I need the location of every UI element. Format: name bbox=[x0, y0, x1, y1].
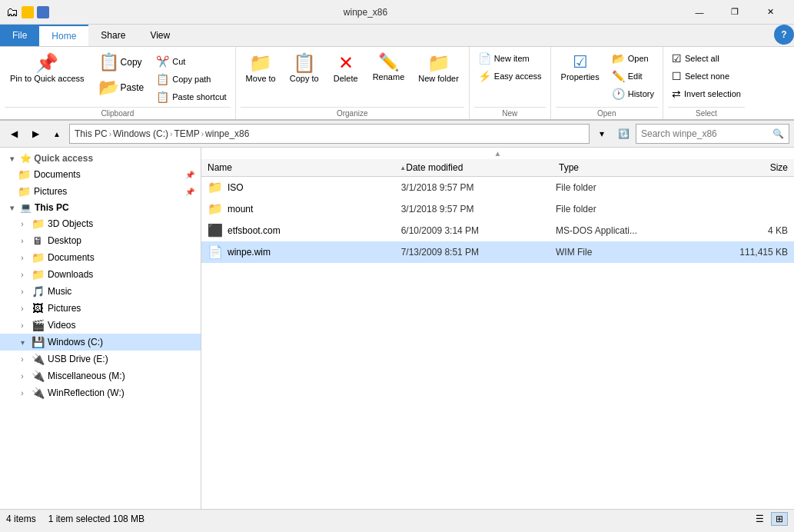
file-date-mount: 3/1/2018 9:57 PM bbox=[401, 204, 556, 214]
column-date[interactable]: Date modified bbox=[406, 162, 559, 173]
delete-label: Delete bbox=[334, 74, 358, 84]
minimize-button[interactable]: — bbox=[682, 0, 717, 25]
select-all-button[interactable]: ☑ Select all bbox=[668, 50, 745, 67]
pictures-quick-label: Pictures bbox=[34, 186, 182, 197]
properties-button[interactable]: ☑ Properties bbox=[556, 50, 605, 86]
window-title: winpe_x86 bbox=[49, 7, 682, 18]
delete-button[interactable]: ✕ Delete bbox=[327, 50, 364, 88]
select-all-label: Select all bbox=[685, 54, 719, 63]
paste-label: Paste bbox=[121, 82, 145, 93]
ribbon-tabs: File Home Share View ? bbox=[0, 25, 794, 47]
new-folder-icon: 📁 bbox=[427, 54, 450, 72]
sidebar-item-misc[interactable]: › 🔌 Miscellaneous (M:) bbox=[0, 367, 201, 384]
main-content: ▾ ⭐ Quick access 📁 Documents 📌 📁 Picture… bbox=[0, 148, 794, 509]
column-name[interactable]: Name bbox=[208, 162, 398, 173]
app-icon-etfs: ⬛ bbox=[208, 223, 223, 238]
tab-view[interactable]: View bbox=[138, 25, 182, 46]
select-none-icon: ☐ bbox=[672, 70, 682, 82]
breadcrumb-item-winpe[interactable]: winpe_x86 bbox=[205, 128, 249, 139]
sidebar-item-pictures[interactable]: › 🖼 Pictures bbox=[0, 300, 201, 317]
up-button[interactable]: ▲ bbox=[48, 125, 66, 143]
select-col: ☑ Select all ☐ Select none ⇄ Invert sele… bbox=[668, 50, 745, 102]
rename-button[interactable]: ✏️ Rename bbox=[367, 50, 410, 86]
title-icon-blue bbox=[37, 6, 49, 18]
search-input[interactable] bbox=[641, 128, 769, 139]
copy-path-button[interactable]: 📋 Copy path bbox=[152, 71, 230, 88]
search-bar[interactable]: 🔍 bbox=[636, 124, 789, 144]
sidebar-item-winreflection[interactable]: › 🔌 WinReflection (W:) bbox=[0, 384, 201, 401]
file-row-iso[interactable]: 📁 ISO 3/1/2018 9:57 PM File folder bbox=[201, 177, 794, 198]
file-header: Name ▲ Date modified Type Size bbox=[201, 159, 794, 177]
quick-access-expand[interactable]: ▾ bbox=[6, 155, 17, 163]
tab-share[interactable]: Share bbox=[88, 25, 138, 46]
sidebar-item-windows-c[interactable]: ▾ 💾 Windows (C:) bbox=[0, 334, 201, 351]
move-to-button[interactable]: 📁 Move to bbox=[241, 50, 281, 88]
this-pc-expand[interactable]: ▾ bbox=[6, 204, 17, 212]
breadcrumb-item-windows[interactable]: Windows (C:) bbox=[113, 128, 168, 139]
file-row-winpe[interactable]: 📄 winpe.wim 7/13/2009 8:51 PM WIM File 1… bbox=[201, 241, 794, 263]
new-col: 📄 New item ⚡ Easy access bbox=[474, 50, 546, 85]
file-row-etfsboot[interactable]: ⬛ etfsboot.com 6/10/2009 3:14 PM MS-DOS … bbox=[201, 220, 794, 241]
copy-button[interactable]: 📋 Copy bbox=[93, 50, 150, 75]
quick-access-header[interactable]: ▾ ⭐ Quick access bbox=[0, 151, 201, 166]
maximize-button[interactable]: ❐ bbox=[717, 0, 752, 25]
file-list: 📁 ISO 3/1/2018 9:57 PM File folder 📁 mou… bbox=[201, 177, 794, 509]
edit-button[interactable]: ✏️ Edit bbox=[608, 68, 658, 85]
open-label: Open bbox=[628, 54, 649, 63]
breadcrumb-item-temp[interactable]: TEMP bbox=[174, 128, 199, 139]
sidebar-item-videos[interactable]: › 🎬 Videos bbox=[0, 317, 201, 334]
forward-button[interactable]: ▶ bbox=[26, 125, 45, 143]
organize-group-items: 📁 Move to 📋 Copy to ✕ Delete ✏️ Rename 📁 bbox=[241, 50, 464, 105]
search-icon[interactable]: 🔍 bbox=[772, 128, 784, 139]
tab-file[interactable]: File bbox=[0, 25, 39, 46]
new-folder-button[interactable]: 📁 New folder bbox=[413, 50, 464, 88]
sidebar-item-downloads[interactable]: › 📁 Downloads bbox=[0, 266, 201, 283]
file-date-winpe: 7/13/2009 8:51 PM bbox=[401, 247, 556, 258]
column-type[interactable]: Type bbox=[559, 162, 712, 173]
title-icon-yellow bbox=[22, 6, 34, 18]
sidebar-item-desktop[interactable]: › 🖥 Desktop bbox=[0, 232, 201, 249]
refresh-button[interactable]: 🔃 bbox=[614, 125, 633, 143]
copy-to-button[interactable]: 📋 Copy to bbox=[284, 50, 324, 88]
close-button[interactable]: ✕ bbox=[752, 0, 788, 25]
list-view-button[interactable]: ⊞ bbox=[771, 512, 788, 526]
dropdown-button[interactable]: ▾ bbox=[593, 125, 611, 143]
pin-to-quick-access-button[interactable]: 📌 Pin to Quick access bbox=[5, 50, 90, 88]
file-row-mount[interactable]: 📁 mount 3/1/2018 9:57 PM File folder bbox=[201, 198, 794, 220]
copy-path-icon: 📋 bbox=[156, 73, 169, 85]
title-bar: 🗂 winpe_x86 — ❐ ✕ bbox=[0, 0, 794, 25]
paste-button[interactable]: 📂 Paste bbox=[93, 75, 150, 100]
properties-label: Properties bbox=[561, 72, 600, 82]
sidebar-item-3dobjects[interactable]: › 📁 3D Objects bbox=[0, 215, 201, 232]
documents-quick-label: Documents bbox=[34, 169, 182, 180]
breadcrumb-item-thispc[interactable]: This PC bbox=[75, 128, 108, 139]
history-button[interactable]: 🕐 History bbox=[608, 85, 658, 102]
sidebar-item-documents[interactable]: › 📁 Documents bbox=[0, 249, 201, 266]
paste-shortcut-button[interactable]: 📋 Paste shortcut bbox=[152, 88, 230, 105]
sidebar-item-usb[interactable]: › 🔌 USB Drive (E:) bbox=[0, 351, 201, 367]
downloads-label: Downloads bbox=[48, 269, 194, 280]
cut-icon: ✂️ bbox=[156, 55, 169, 68]
winreflection-icon: 🔌 bbox=[31, 387, 45, 399]
invert-selection-label: Invert selection bbox=[684, 89, 741, 98]
tab-home[interactable]: Home bbox=[39, 25, 88, 46]
back-button[interactable]: ◀ bbox=[5, 125, 23, 143]
quick-access-label: ⭐ Quick access bbox=[20, 153, 93, 164]
sidebar-item-pictures-quick[interactable]: 📁 Pictures 📌 bbox=[0, 183, 201, 200]
selected-info: 1 item selected 108 MB bbox=[48, 514, 145, 524]
details-view-button[interactable]: ☰ bbox=[751, 512, 768, 526]
select-none-button[interactable]: ☐ Select none bbox=[668, 68, 745, 85]
desktop-icon: 🖥 bbox=[31, 234, 45, 247]
breadcrumb-bar[interactable]: This PC › Windows (C:) › TEMP › winpe_x8… bbox=[69, 124, 590, 144]
cut-button[interactable]: ✂️ Cut bbox=[152, 53, 230, 70]
open-button[interactable]: 📂 Open bbox=[608, 50, 658, 67]
this-pc-header[interactable]: ▾ 💻 This PC bbox=[0, 200, 201, 215]
column-size[interactable]: Size bbox=[712, 162, 788, 173]
invert-selection-button[interactable]: ⇄ Invert selection bbox=[668, 85, 745, 102]
sidebar-item-documents-quick[interactable]: 📁 Documents 📌 bbox=[0, 166, 201, 183]
select-group: ☑ Select all ☐ Select none ⇄ Invert sele… bbox=[663, 47, 749, 119]
easy-access-button[interactable]: ⚡ Easy access bbox=[474, 68, 546, 85]
help-button[interactable]: ? bbox=[774, 25, 794, 45]
new-item-button[interactable]: 📄 New item bbox=[474, 50, 546, 67]
sidebar-item-music[interactable]: › 🎵 Music bbox=[0, 283, 201, 300]
